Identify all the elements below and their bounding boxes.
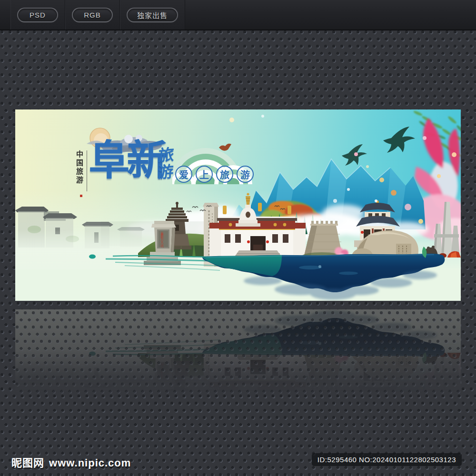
- site-name: 昵图网: [11, 454, 44, 469]
- poster-reflection-overlay: [15, 309, 461, 394]
- cloud-bank: [127, 367, 428, 394]
- rgb-button[interactable]: RGB: [72, 8, 113, 22]
- slogan-char-circle: 游: [237, 166, 254, 183]
- stupa: [236, 384, 260, 394]
- exclusive-sale-button[interactable]: 独家出售: [127, 8, 178, 22]
- blue-mountains: [225, 381, 426, 394]
- toolbar-cell-rgb: RGB: [65, 0, 120, 30]
- poster-clone: 阜新万人坑: [15, 309, 461, 394]
- slogan-char-circle: 旅: [216, 166, 233, 183]
- site-logo[interactable]: 昵图网 www.nipic.com: [11, 454, 131, 469]
- waterline-shrubs: [345, 350, 444, 356]
- image-id-badge: ID:5295460 NO:20240101122802503123: [312, 453, 462, 466]
- fortress: [302, 350, 343, 389]
- swallow-icon-large: [383, 127, 415, 153]
- pagoda: [163, 361, 191, 394]
- pink-tree: [335, 350, 348, 363]
- psd-button[interactable]: PSD: [17, 8, 58, 22]
- tagline-vertical: 中国旅游: [74, 150, 87, 191]
- bokeh-dots: [229, 342, 456, 394]
- toolbar-button-row: PSD RGB 独家出售: [0, 0, 185, 30]
- temple: [209, 353, 306, 394]
- poster-slogan: 爱 上 旅 游: [175, 166, 254, 183]
- gate-pavilion: [354, 359, 401, 394]
- swallow-icon-small: [342, 144, 367, 166]
- slogan-char-circle: 上: [196, 166, 213, 183]
- toolbar: PSD RGB 独家出售: [0, 0, 476, 30]
- pine-trees: [268, 373, 327, 394]
- toolbar-cell-psd: PSD: [10, 0, 65, 30]
- memorial-monument: 阜新万人坑: [144, 345, 181, 389]
- lotus-flower: [397, 358, 461, 394]
- poster-scene: 阜新万人坑: [15, 309, 461, 394]
- water: [89, 310, 445, 364]
- autumn-hill: [256, 384, 323, 394]
- slogan-char-circle: 爱: [175, 166, 192, 183]
- poster-reflection-flip: 阜新万人坑: [15, 309, 461, 394]
- green-mound: [138, 353, 264, 377]
- title-suffix-char: 旅: [158, 146, 174, 165]
- site-url: www.nipic.com: [49, 457, 131, 469]
- stone-stele: [203, 344, 219, 394]
- poster-title-suffix: 旅 游: [158, 146, 175, 182]
- poster[interactable]: 阜新万人坑: [15, 109, 461, 301]
- green-arc-hills: [169, 390, 252, 394]
- poster-scene: 阜新万人坑: [15, 109, 461, 301]
- poster-reflection: 阜新万人坑: [15, 309, 461, 394]
- mist-wash: [15, 341, 225, 381]
- svg-text:阜新万人坑: 阜新万人坑: [160, 231, 164, 248]
- obelisk-monuments: [424, 352, 461, 394]
- title-suffix-char: 游: [158, 163, 174, 182]
- ink-village: [15, 362, 220, 394]
- poster-title: 阜新: [89, 140, 165, 181]
- svg-text:阜新万人坑: 阜新万人坑: [160, 362, 164, 379]
- bird-on-hills: [219, 144, 231, 151]
- toolbar-cell-exclusive: 独家出售: [120, 0, 185, 30]
- carved-rocks: [335, 349, 418, 380]
